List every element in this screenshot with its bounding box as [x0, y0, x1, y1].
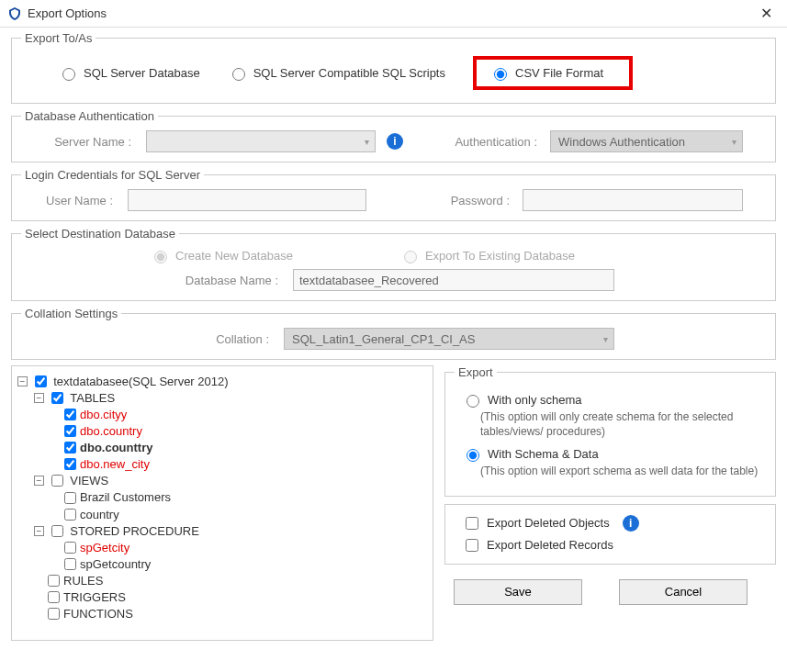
- table-label: dbo.new_city: [80, 457, 150, 471]
- db-auth-group: Database Authentication Server Name : ▾ …: [11, 109, 776, 162]
- export-options-group: Export With only schema (This option wil…: [444, 365, 776, 497]
- db-name-label: Database Name :: [58, 274, 287, 287]
- dest-db-group: Select Destination Database Create New D…: [11, 227, 776, 301]
- radio-export-existing-input[interactable]: [404, 251, 417, 263]
- chevron-down-icon: ▾: [365, 137, 369, 147]
- view-label: country: [80, 508, 119, 521]
- collapse-icon[interactable]: −: [34, 393, 44, 403]
- tree-item-table[interactable]: dbo.cityy: [51, 407, 429, 421]
- tree-item-table[interactable]: dbo.country: [51, 423, 429, 438]
- sp-check[interactable]: [51, 525, 63, 537]
- table-check[interactable]: [64, 458, 76, 470]
- tree-item-table[interactable]: dbo.new_city: [51, 456, 429, 471]
- sp-item-check[interactable]: [64, 542, 76, 554]
- cancel-button[interactable]: Cancel: [619, 579, 748, 605]
- table-check[interactable]: [64, 442, 76, 454]
- collapse-icon[interactable]: −: [34, 476, 44, 486]
- db-name-input[interactable]: [293, 269, 614, 291]
- radio-create-new-db-label: Create New Database: [175, 249, 293, 263]
- auth-combo[interactable]: Windows Authentication ▾: [550, 130, 743, 152]
- save-button[interactable]: Save: [454, 579, 582, 605]
- radio-create-new-db-input[interactable]: [154, 251, 167, 263]
- radio-sql-server[interactable]: SQL Server Database: [58, 65, 200, 81]
- schema-data-note: (This option will export schema as well …: [480, 464, 766, 478]
- chk-deleted-objects-label: Export Deleted Objects: [487, 516, 610, 530]
- chk-deleted-objects-row[interactable]: Export Deleted Objects i: [462, 514, 759, 532]
- tree-group-triggers[interactable]: TRIGGERS: [34, 589, 429, 604]
- collapse-icon[interactable]: −: [34, 526, 44, 536]
- radio-schema-only-label: With only schema: [488, 393, 582, 407]
- deleted-options-group: Export Deleted Objects i Export Deleted …: [444, 504, 776, 565]
- radio-sql-server-label: SQL Server Database: [84, 66, 200, 80]
- password-input[interactable]: [523, 189, 743, 211]
- functions-check[interactable]: [48, 608, 60, 620]
- username-input[interactable]: [128, 189, 366, 211]
- radio-schema-data-input[interactable]: [467, 449, 479, 462]
- view-check[interactable]: [64, 509, 76, 521]
- radio-schema-data-label: With Schema & Data: [488, 447, 599, 461]
- collation-label: Collation :: [131, 332, 278, 346]
- view-check[interactable]: [64, 492, 76, 504]
- radio-sql-scripts[interactable]: SQL Server Compatible SQL Scripts: [228, 65, 445, 81]
- collapse-icon[interactable]: −: [17, 376, 28, 386]
- collation-combo[interactable]: SQL_Latin1_General_CP1_CI_AS ▾: [284, 328, 614, 350]
- views-check[interactable]: [51, 475, 63, 487]
- radio-sql-server-input[interactable]: [62, 68, 75, 81]
- table-check[interactable]: [64, 425, 76, 437]
- chk-deleted-objects[interactable]: [466, 517, 478, 530]
- tree-item-sp[interactable]: spGetcity: [51, 540, 429, 554]
- radio-csv-input[interactable]: [494, 68, 507, 81]
- login-group: Login Credentials for SQL Server User Na…: [11, 168, 776, 221]
- chevron-down-icon: ▾: [732, 137, 736, 147]
- radio-sql-scripts-input[interactable]: [232, 68, 245, 81]
- tree-item-table[interactable]: dbo.counttry: [51, 440, 429, 454]
- auth-value: Windows Authentication: [558, 135, 685, 149]
- tree-group-tables[interactable]: − TABLES dbo.cityy dbo.country dbo.count…: [34, 390, 429, 471]
- schema-only-note: (This option will only create schema for…: [480, 409, 766, 439]
- chk-deleted-records-row[interactable]: Export Deleted Records: [462, 536, 759, 554]
- radio-create-new-db[interactable]: Create New Database: [150, 248, 293, 263]
- csv-highlight: CSV File Format: [473, 56, 633, 90]
- server-name-combo[interactable]: ▾: [146, 130, 376, 152]
- tree-item-view[interactable]: country: [51, 507, 429, 521]
- collation-legend: Collation Settings: [21, 307, 121, 320]
- info-icon[interactable]: i: [623, 515, 639, 532]
- collation-value: SQL_Latin1_General_CP1_CI_AS: [292, 332, 475, 346]
- tree-root-check[interactable]: [35, 375, 47, 387]
- views-label: VIEWS: [70, 474, 108, 487]
- username-label: User Name :: [21, 194, 122, 207]
- export-to-group: Export To/As SQL Server Database SQL Ser…: [11, 31, 776, 104]
- chevron-down-icon: ▾: [603, 334, 608, 344]
- tree-group-sp[interactable]: − STORED PROCEDURE spGetcity spGetcountr…: [34, 523, 429, 571]
- table-label: dbo.counttry: [80, 441, 152, 454]
- tree-group-functions[interactable]: FUNCTIONS: [34, 606, 429, 621]
- sp-item-check[interactable]: [64, 558, 76, 570]
- chk-deleted-records[interactable]: [466, 539, 478, 552]
- app-icon: [7, 6, 22, 21]
- rules-label: RULES: [63, 574, 103, 588]
- close-button[interactable]: ✕: [752, 5, 780, 22]
- radio-csv[interactable]: CSV File Format: [489, 65, 603, 81]
- tree-item-sp[interactable]: spGetcountry: [51, 556, 429, 571]
- info-icon[interactable]: i: [387, 133, 403, 150]
- rules-check[interactable]: [48, 575, 60, 587]
- radio-schema-data[interactable]: With Schema & Data: [462, 446, 759, 462]
- collation-group: Collation Settings Collation : SQL_Latin…: [11, 307, 776, 360]
- triggers-label: TRIGGERS: [63, 590, 126, 604]
- chk-deleted-records-label: Export Deleted Records: [487, 538, 613, 552]
- tree-group-rules[interactable]: RULES: [34, 573, 429, 588]
- triggers-check[interactable]: [48, 591, 60, 603]
- tree-root[interactable]: − textdatabasee(SQL Server 2012) − TABLE…: [17, 374, 429, 621]
- radio-export-existing[interactable]: Export To Existing Database: [399, 248, 575, 263]
- radio-schema-only-input[interactable]: [467, 395, 479, 408]
- table-label: dbo.cityy: [80, 408, 127, 421]
- tree-group-views[interactable]: − VIEWS Brazil Customers country: [34, 473, 429, 521]
- object-tree[interactable]: − textdatabasee(SQL Server 2012) − TABLE…: [11, 365, 433, 641]
- radio-schema-only[interactable]: With only schema: [462, 392, 759, 408]
- table-check[interactable]: [64, 409, 76, 420]
- radio-csv-label: CSV File Format: [515, 66, 603, 80]
- export-to-legend: Export To/As: [21, 31, 96, 45]
- tree-item-view[interactable]: Brazil Customers: [51, 489, 429, 504]
- tree-root-label: textdatabasee(SQL Server 2012): [53, 375, 228, 388]
- tables-check[interactable]: [51, 392, 63, 404]
